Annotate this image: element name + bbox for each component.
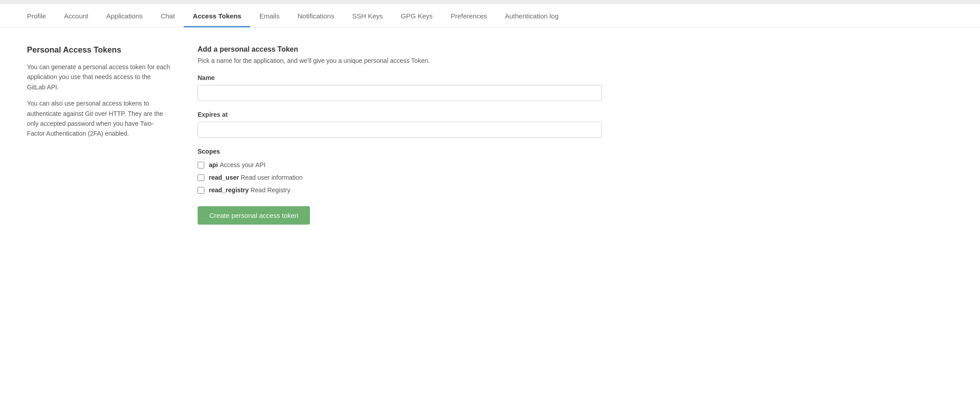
scope-item-api: apiAccess your API: [198, 161, 602, 168]
scope-checkbox-read_user[interactable]: [198, 174, 204, 181]
name-field-group: Name: [198, 74, 602, 101]
nav-tab-notifications[interactable]: Notifications: [288, 4, 343, 27]
scope-description-read_user: Read user information: [241, 174, 303, 181]
scopes-heading: Scopes: [198, 148, 602, 155]
nav-tab-preferences[interactable]: Preferences: [441, 4, 496, 27]
nav-tabs: ProfileAccountApplicationsChatAccess Tok…: [0, 4, 980, 27]
expires-input[interactable]: [198, 122, 602, 138]
expires-label: Expires at: [198, 111, 602, 118]
nav-tab-profile[interactable]: Profile: [18, 4, 55, 27]
scope-description-read_registry: Read Registry: [251, 186, 291, 194]
nav-tab-emails[interactable]: Emails: [250, 4, 288, 27]
right-panel: Add a personal access Token Pick a name …: [198, 45, 602, 225]
nav-tab-account[interactable]: Account: [55, 4, 97, 27]
nav-tab-applications[interactable]: Applications: [97, 4, 152, 27]
scope-description-api: Access your API: [220, 161, 265, 168]
nav-tab-access-tokens[interactable]: Access Tokens: [184, 4, 250, 27]
scope-name-read_user: read_user: [209, 174, 239, 181]
scope-name-read_registry: read_registry: [209, 186, 249, 194]
name-input[interactable]: [198, 85, 602, 101]
name-label: Name: [198, 74, 602, 81]
scopes-section: Scopes apiAccess your APIread_userRead u…: [198, 148, 602, 194]
left-panel-paragraph2: You can also use personal access tokens …: [27, 98, 171, 139]
left-panel-paragraph1: You can generate a personal access token…: [27, 62, 171, 92]
create-token-button[interactable]: Create personal access token: [198, 206, 310, 225]
left-panel-title: Personal Access Tokens: [27, 45, 171, 55]
form-heading: Add a personal access Token: [198, 45, 602, 53]
scope-checkbox-api[interactable]: [198, 162, 204, 168]
scope-name-api: api: [209, 161, 218, 168]
nav-tab-ssh-keys[interactable]: SSH Keys: [343, 4, 392, 27]
scope-item-read_registry: read_registryRead Registry: [198, 186, 602, 194]
scope-checkbox-read_registry[interactable]: [198, 187, 204, 194]
scope-item-read_user: read_userRead user information: [198, 174, 602, 181]
nav-tab-chat[interactable]: Chat: [152, 4, 184, 27]
left-panel: Personal Access Tokens You can generate …: [27, 45, 171, 225]
nav-tab-authentication-log[interactable]: Authentication log: [496, 4, 567, 27]
nav-tab-gpg-keys[interactable]: GPG Keys: [392, 4, 442, 27]
form-subtitle: Pick a name for the application, and we'…: [198, 57, 602, 64]
expires-field-group: Expires at: [198, 111, 602, 138]
